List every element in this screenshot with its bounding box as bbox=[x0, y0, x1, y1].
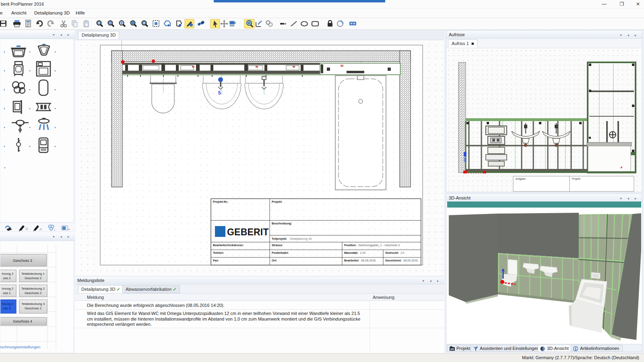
svg-text:1:20: 1:20 bbox=[360, 251, 365, 255]
svg-text:Projekt-Nr.:: Projekt-Nr.: bbox=[213, 200, 229, 204]
svg-text:hnung 2: hnung 2 bbox=[2, 287, 14, 290]
svg-text:Teilabdeckung 2: Teilabdeckung 2 bbox=[21, 287, 45, 290]
svg-text:Bearbeitet:: Bearbeitet: bbox=[344, 259, 359, 262]
svg-text:1/1: 1/1 bbox=[400, 251, 405, 255]
svg-text:Geschoss 2: Geschoss 2 bbox=[25, 306, 42, 310]
svg-text:oss 3: oss 3 bbox=[3, 306, 11, 310]
svg-text:Position:: Position: bbox=[344, 243, 357, 247]
svg-text:Projekt:: Projekt: bbox=[572, 177, 581, 181]
svg-text:Geschoss 2: Geschoss 2 bbox=[25, 276, 42, 280]
svg-text:Teilabdeckung 3: Teilabdeckung 3 bbox=[21, 302, 45, 306]
svg-text:hnung 2: hnung 2 bbox=[2, 302, 14, 306]
svg-text:Geschoss 4: Geschoss 4 bbox=[13, 319, 32, 323]
svg-text:L: L bbox=[54, 228, 56, 231]
svg-text:08.05.2016: 08.05.2016 bbox=[403, 259, 418, 262]
svg-text:Strasse:: Strasse: bbox=[272, 243, 283, 247]
svg-text:hnung 2: hnung 2 bbox=[2, 272, 14, 276]
svg-text:Aufgabe:: Aufgabe: bbox=[516, 177, 526, 181]
svg-text:D: D bbox=[25, 227, 28, 231]
svg-text:▾: ▾ bbox=[68, 228, 70, 231]
svg-text:Teilabdeckung 1: Teilabdeckung 1 bbox=[21, 272, 45, 276]
svg-text:Teilprojekt:: Teilprojekt: bbox=[272, 237, 287, 241]
svg-text:oss 2: oss 2 bbox=[3, 276, 11, 280]
svg-text:oss 1: oss 1 bbox=[3, 291, 11, 295]
svg-text:Fax:: Fax: bbox=[213, 259, 219, 262]
svg-text:5: 5 bbox=[218, 90, 221, 96]
svg-text:▾: ▾ bbox=[10, 228, 12, 231]
svg-text:Detailplanung 3D: Detailplanung 3D bbox=[290, 237, 312, 241]
svg-text:Bearbeiter/in/Adresse:: Bearbeiter/in/Adresse: bbox=[213, 243, 244, 247]
svg-text:Ort:: Ort: bbox=[272, 259, 277, 262]
svg-text:Gezeichnet:: Gezeichnet: bbox=[385, 259, 402, 262]
svg-text:Geschoss 3: Geschoss 3 bbox=[13, 259, 32, 263]
svg-text:Zeichnungsplan_1 - Geschoss 3: Zeichnungsplan_1 - Geschoss 3 bbox=[358, 243, 400, 247]
svg-text:Massstab:: Massstab: bbox=[344, 251, 358, 255]
svg-text:Gedruckt:: Gedruckt: bbox=[385, 251, 399, 255]
svg-text:Geschoss 2: Geschoss 2 bbox=[25, 291, 42, 295]
svg-text:Postleitzahl:: Postleitzahl: bbox=[272, 251, 289, 255]
svg-text:Projekt:: Projekt: bbox=[272, 200, 283, 204]
svg-text:A: A bbox=[39, 227, 42, 231]
svg-text:Telefon:: Telefon: bbox=[213, 251, 224, 255]
svg-text:08.05.2016: 08.05.2016 bbox=[361, 259, 376, 262]
svg-text:GEBERIT: GEBERIT bbox=[227, 227, 269, 237]
svg-text:Beschreibung:: Beschreibung: bbox=[272, 222, 292, 225]
